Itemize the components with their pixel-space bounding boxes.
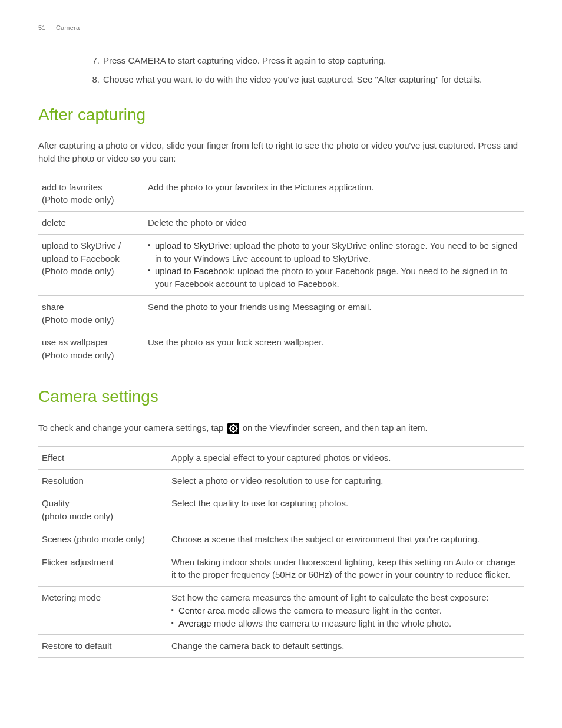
row-label-2: (Photo mode only) [42,314,141,327]
row-label: use as wallpaper [42,336,141,349]
row-label: Quality [42,497,164,510]
row-desc: When taking indoor shots under fluoresce… [171,557,515,580]
table-row: share(Photo mode only)Send the photo to … [38,295,524,331]
row-desc: Change the camera back to default settin… [171,641,345,651]
camera-settings-table: EffectApply a special effect to your cap… [38,446,524,658]
row-label: upload to SkyDrive / [42,239,141,252]
table-row: ResolutionSelect a photo or video resolu… [38,469,524,492]
settings-gear-icon [227,423,239,434]
row-label-2: (Photo mode only) [42,349,141,362]
page-header: 51 Camera [38,24,524,33]
row-label-2: (Photo mode only) [42,193,141,206]
row-label: Resolution [42,475,164,487]
settings-intro-1: To check and change your camera settings… [38,423,226,433]
settings-intro-2: on the Viewfinder screen, and then tap a… [243,423,428,433]
row-label: Restore to default [42,640,164,653]
table-row: Metering modeSet how the camera measures… [38,587,524,635]
numbered-steps: 7. Press CAMERA to start capturing video… [38,54,524,86]
table-row: EffectApply a special effect to your cap… [38,446,524,469]
row-desc: Send the photo to your friends using Mes… [148,302,371,312]
list-item: Average mode allows the camera to measur… [171,617,520,630]
bullet-list: upload to SkyDrive: upload the photo to … [148,239,520,291]
row-desc: Select a photo or video resolution to us… [171,476,383,486]
row-label: add to favorites [42,181,141,194]
after-capturing-intro: After capturing a photo or video, slide … [38,139,524,165]
table-row: Quality(photo mode only)Select the quali… [38,492,524,528]
after-capturing-heading: After capturing [38,103,524,127]
row-label: share [42,301,141,314]
svg-rect-2 [233,431,234,433]
step-item: 8. Choose what you want to do with the v… [90,73,524,86]
table-row: use as wallpaper(Photo mode only)Use the… [38,331,524,367]
bullet-list: Center area mode allows the camera to me… [171,604,520,630]
table-row: upload to SkyDrive /upload to Facebook(P… [38,234,524,295]
svg-rect-4 [236,428,237,429]
row-desc: Choose a scene that matches the subject … [171,534,480,544]
table-row: Scenes (photo mode only)Choose a scene t… [38,528,524,551]
list-item: upload to Facebook: upload the photo to … [148,265,520,291]
step-item: 7. Press CAMERA to start capturing video… [90,54,524,67]
step-number: 7. [90,54,103,67]
row-label-2: (photo mode only) [42,510,164,523]
row-label: Scenes (photo mode only) [42,533,164,546]
step-text: Press CAMERA to start capturing video. P… [103,54,524,67]
row-label: Flicker adjustment [42,556,164,569]
step-text: Choose what you want to do with the vide… [103,73,524,86]
page-section: Camera [56,24,80,31]
page-number: 51 [38,24,46,31]
table-row: Flicker adjustmentWhen taking indoor sho… [38,551,524,587]
row-desc: Add the photo to your favorites in the P… [148,182,374,192]
row-desc: Apply a special effect to your captured … [171,453,391,463]
step-number: 8. [90,73,103,86]
table-row: add to favorites(Photo mode only)Add the… [38,176,524,212]
camera-settings-heading: Camera settings [38,385,524,409]
row-desc: Use the photo as your lock screen wallpa… [148,337,324,347]
row-label: Effect [42,452,164,465]
svg-rect-1 [233,424,234,426]
after-capturing-table: add to favorites(Photo mode only)Add the… [38,176,524,367]
row-label-2: upload to Facebook [42,252,141,265]
svg-rect-3 [229,428,230,429]
camera-settings-intro: To check and change your camera settings… [38,420,524,436]
row-desc: Select the quality to use for capturing … [171,498,348,508]
row-desc: Delete the photo or video [148,218,247,228]
row-label: Metering mode [42,591,164,604]
table-row: Restore to defaultChange the camera back… [38,635,524,658]
row-label: delete [42,216,141,229]
row-label-3: (Photo mode only) [42,265,141,278]
list-item: Center area mode allows the camera to me… [171,604,520,617]
table-row: deleteDelete the photo or video [38,212,524,235]
list-item: upload to SkyDrive: upload the photo to … [148,239,520,265]
row-desc: Set how the camera measures the amount o… [171,591,520,604]
